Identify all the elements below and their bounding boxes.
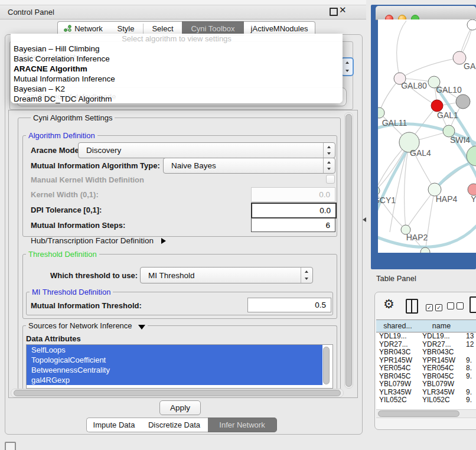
which-threshold-combo[interactable]: MI Threshold bbox=[140, 267, 313, 283]
table-row[interactable]: YBR045CYBR045C9. bbox=[376, 373, 476, 381]
attributes-list-scrollbar[interactable] bbox=[323, 347, 330, 384]
bottom-tab-infer-network[interactable]: Infer Network bbox=[208, 418, 277, 432]
network-node-y[interactable] bbox=[468, 184, 476, 195]
network-node-gcy1[interactable] bbox=[378, 186, 380, 195]
table-cell: YBR045C bbox=[422, 373, 454, 381]
table-panel-title: Table Panel bbox=[376, 274, 416, 283]
combo-stepper-icon[interactable] bbox=[323, 158, 335, 173]
network-window-titlebar[interactable] bbox=[376, 6, 476, 20]
table-cell: YBR045C bbox=[379, 373, 410, 381]
float-window-icon[interactable] bbox=[330, 8, 338, 16]
algorithm-option-aracne-algorithm[interactable]: ARACNE Algorithm bbox=[11, 64, 343, 74]
mi-steps-value: 6 bbox=[325, 219, 330, 231]
settings-vertical-scrollbar[interactable] bbox=[344, 112, 353, 389]
table-cell: YLR345W bbox=[422, 389, 455, 397]
table-row[interactable]: YPR145WYPR145W9. bbox=[376, 357, 476, 365]
network-canvas[interactable]: GAL7GAL80GAL10GAL1GAL11SWI4GAL4HAP4YGCY1… bbox=[378, 19, 476, 253]
table-cell: 9. bbox=[466, 396, 472, 405]
threshold-definition-title: Threshold Definition bbox=[26, 250, 99, 259]
node-label-gcy1: GCY1 bbox=[378, 195, 396, 205]
table-row[interactable]: YDR27...YDR27...12 bbox=[376, 341, 476, 349]
table-cell: YPR145W bbox=[422, 357, 455, 365]
combo-stepper-icon[interactable] bbox=[301, 268, 312, 283]
panel-splitter-handle[interactable] bbox=[363, 217, 366, 222]
table-cell: YDL19... bbox=[422, 332, 450, 341]
combo-stepper-icon[interactable] bbox=[323, 143, 335, 158]
manual-kernel-checkbox[interactable] bbox=[326, 175, 335, 184]
network-node[interactable] bbox=[467, 19, 476, 30]
bottom-tab-label: Discretize Data bbox=[148, 420, 200, 429]
table-cell: 9. bbox=[466, 373, 472, 381]
expand-down-icon bbox=[138, 325, 145, 330]
attribute-item-gal4rgexp[interactable]: gal4RGexp bbox=[27, 375, 322, 385]
close-icon[interactable]: ✕ bbox=[339, 5, 347, 15]
table-cell: YDR27... bbox=[379, 341, 408, 349]
network-node-gal1[interactable] bbox=[431, 100, 443, 112]
attribute-item-selfloops[interactable]: SelfLoops bbox=[27, 345, 322, 355]
minimized-panel-icon[interactable] bbox=[5, 442, 16, 450]
node-label-gal11: GAL11 bbox=[382, 118, 407, 128]
apply-button[interactable]: Apply bbox=[159, 400, 201, 415]
tab-label: Select bbox=[152, 24, 173, 33]
table-cell: YBL079W bbox=[422, 380, 454, 389]
tab-label: Cyni Toolbox bbox=[191, 24, 234, 33]
data-attributes-list[interactable]: SelfLoopsTopologicalCoefficientBetweenne… bbox=[26, 344, 333, 389]
table-row[interactable]: YIL052CYIL052C9. bbox=[376, 396, 476, 405]
mi-type-combo[interactable]: Naive Bayes bbox=[163, 158, 335, 174]
mi-threshold-field[interactable]: 0.5 bbox=[247, 298, 331, 312]
control-panel-top-strip bbox=[0, 0, 366, 5]
kernel-width-field[interactable]: 0.0 bbox=[251, 187, 335, 202]
algorithm-option-basic-correlation-inference[interactable]: Basic Correlation Inference bbox=[11, 54, 343, 64]
table-cell: YLR345W bbox=[379, 389, 412, 397]
algorithm-combo-focused-stepper[interactable] bbox=[341, 57, 354, 76]
data-attributes-label: Data Attributes bbox=[26, 334, 81, 343]
table-cell: YDR27... bbox=[422, 341, 451, 349]
bottom-tab-label: Impute Data bbox=[93, 420, 135, 429]
columns-icon[interactable] bbox=[406, 299, 418, 314]
which-threshold-label: Which threshold to use: bbox=[50, 271, 138, 280]
network-node[interactable] bbox=[456, 94, 470, 109]
table-cell: 9. bbox=[466, 389, 472, 397]
desktop: Control Panel ✕ NetworkStyleSelectCyni T… bbox=[0, 0, 476, 450]
attribute-item-betweennesscentrality[interactable]: BetweennessCentrality bbox=[27, 365, 322, 375]
aracne-mode-combo[interactable]: Discovery bbox=[78, 142, 335, 158]
algorithm-dropdown: Select algorithm to view settings Infere… bbox=[11, 34, 343, 103]
table-cell: YIL052C bbox=[379, 396, 407, 405]
table-row[interactable]: YDL19...YDL19...13 bbox=[376, 332, 476, 341]
table-panel-container: ⚙ ✓✓ shared...name YDL19...YDL19...13YDR… bbox=[374, 292, 476, 430]
algorithm-option-bayesian-hill-climbing[interactable]: Bayesian – Hill Climbing bbox=[11, 44, 343, 54]
sources-title: Sources for Network Inference bbox=[28, 321, 132, 330]
node-table: shared...name YDL19...YDL19...13YDR27...… bbox=[376, 319, 476, 418]
attribute-item-topologicalcoefficient[interactable]: TopologicalCoefficient bbox=[27, 355, 322, 365]
document-icon[interactable] bbox=[470, 296, 476, 313]
dpi-tolerance-field[interactable]: 0.0 bbox=[251, 203, 337, 219]
settings-horizontal-scrollbar[interactable] bbox=[11, 389, 344, 397]
table-row[interactable]: YLR345WYLR345W9. bbox=[376, 389, 476, 397]
algorithm-option-dream8-dc-tdc-algorithm[interactable]: Dream8 DC_TDC Algorithm bbox=[11, 94, 343, 104]
algorithm-option-mutual-information-inference[interactable]: Mutual Information Inference bbox=[11, 74, 343, 84]
tab-label: Network bbox=[74, 24, 103, 33]
table-row[interactable]: YBR043CYBR043C bbox=[376, 348, 476, 357]
algorithm-option-bayesian-k2[interactable]: Bayesian – K2 bbox=[11, 84, 343, 94]
aracne-mode-label: Aracne Mode: bbox=[31, 146, 81, 155]
node-label-hap4: HAP4 bbox=[436, 194, 458, 204]
select-all-checkboxes-icon[interactable]: ✓✓ bbox=[426, 302, 445, 311]
bottom-tab-discretize-data[interactable]: Discretize Data bbox=[141, 418, 208, 432]
table-row[interactable]: YBL079WYBL079W bbox=[376, 380, 476, 389]
deselect-all-checkboxes-icon[interactable] bbox=[447, 302, 466, 311]
bottom-tab-impute-data[interactable]: Impute Data bbox=[86, 418, 141, 432]
table-cell: 12 bbox=[466, 341, 474, 349]
mi-threshold-group-title: MI Threshold Definition bbox=[30, 288, 113, 296]
which-threshold-value: MI Threshold bbox=[148, 268, 195, 283]
table-horizontal-scrollbar[interactable] bbox=[376, 409, 476, 418]
column-header-name[interactable]: name bbox=[419, 320, 464, 332]
mi-steps-field[interactable]: 6 bbox=[251, 218, 335, 232]
node-label-gal1: GAL1 bbox=[437, 110, 458, 120]
column-header-shared...[interactable]: shared... bbox=[376, 320, 420, 332]
column-header-hidden[interactable] bbox=[464, 320, 476, 332]
node-label-gal7: GAL7 bbox=[464, 61, 476, 71]
gear-icon[interactable]: ⚙ bbox=[383, 297, 395, 311]
sources-toggle[interactable]: Sources for Network Inference bbox=[26, 321, 148, 330]
table-row[interactable]: YER054CYER054C8. bbox=[376, 364, 476, 373]
hub-section-toggle[interactable]: Hub/Transcription Factor Definition bbox=[31, 236, 166, 245]
